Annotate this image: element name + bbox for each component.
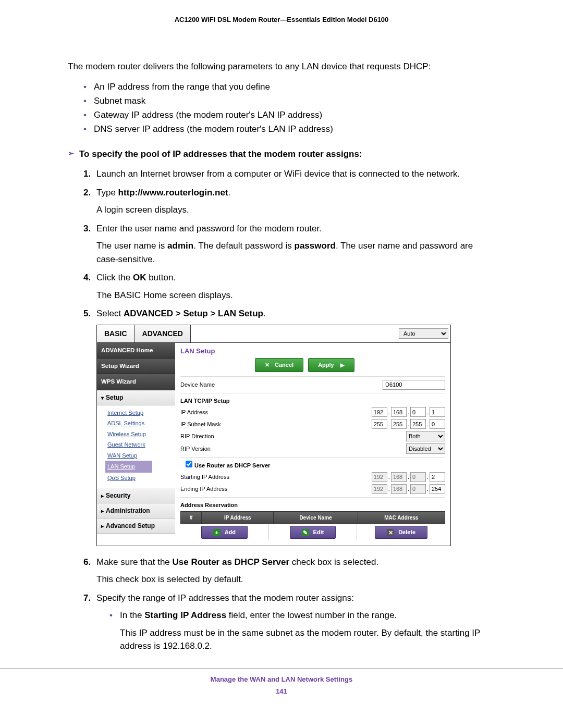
- sidebar-wireless-setup[interactable]: Wireless Setup: [107, 429, 175, 440]
- step-7: Specify the range of IP addresses that t…: [83, 591, 495, 653]
- page-footer: Manage the WAN and LAN Network Settings …: [0, 669, 563, 695]
- sidebar-setup-subitems: Internet Setup ADSL Settings Wireless Se…: [97, 405, 175, 489]
- sidebar-setup-wizard[interactable]: Setup Wizard: [97, 359, 175, 374]
- sidebar-wps-wizard[interactable]: WPS Wizard: [97, 374, 175, 390]
- th-device: Device Name: [274, 512, 358, 524]
- use-dhcp-checkbox[interactable]: [186, 461, 192, 467]
- apply-button[interactable]: Apply▶: [308, 358, 354, 372]
- sidebar-wan-setup[interactable]: WAN Setup: [107, 450, 175, 461]
- label: Add: [225, 529, 236, 535]
- step-text: Specify the range of IP addresses that t…: [96, 593, 354, 603]
- step-5: Select ADVANCED > Setup > LAN Setup. BAS…: [83, 307, 495, 546]
- step-text: Enter the user name and password for the…: [96, 224, 322, 233]
- end-ip-label: Ending IP Address: [180, 485, 316, 493]
- sidebar-internet-setup[interactable]: Internet Setup: [107, 408, 175, 418]
- sidebar-qos-setup[interactable]: QoS Setup: [107, 473, 175, 484]
- text: Click the: [96, 273, 133, 282]
- subnet-oct-2[interactable]: [391, 419, 407, 429]
- th-mac: MAC Address: [358, 512, 445, 524]
- ip-oct-1[interactable]: [372, 407, 387, 417]
- step-1: Launch an Internet browser from a comput…: [83, 167, 495, 181]
- list-item: Subnet mask: [83, 94, 495, 108]
- divider: [180, 497, 445, 498]
- arrow-icon: ▶: [340, 362, 345, 368]
- address-reservation-heading: Address Reservation: [180, 501, 316, 510]
- sidebar-adsl-settings[interactable]: ADSL Settings: [107, 418, 175, 429]
- table-actions: +Add ✎Edit ✕Delete: [180, 524, 445, 540]
- end-ip-field: ...: [316, 484, 445, 494]
- ip-address-label: IP Address: [180, 408, 316, 417]
- step-4: Click the OK button. The BASIC Home scre…: [83, 271, 495, 302]
- text: field, enter the lowest number in the ra…: [226, 610, 397, 620]
- text: In the: [120, 610, 144, 620]
- plus-icon: +: [213, 529, 221, 536]
- end-ip-oct-4[interactable]: [430, 484, 445, 494]
- bold: password: [295, 241, 336, 251]
- label: Edit: [313, 529, 324, 535]
- step-sub: A login screen displays.: [96, 203, 495, 217]
- page-content: The modem router delivers the following …: [0, 60, 563, 653]
- step-6: Make sure that the Use Router as DHCP Se…: [83, 556, 495, 586]
- subnet-oct-1[interactable]: [372, 419, 387, 429]
- main-panel: LAN Setup ✕Cancel Apply▶ Device Name LAN…: [175, 343, 450, 546]
- start-ip-oct-2: [391, 472, 407, 482]
- cancel-button[interactable]: ✕Cancel: [255, 358, 303, 372]
- tab-basic[interactable]: BASIC: [97, 325, 135, 342]
- divider: [180, 457, 445, 458]
- list-item: An IP address from the range that you de…: [83, 80, 495, 94]
- panel-title: LAN Setup: [180, 346, 445, 356]
- text: The user name is: [96, 241, 167, 251]
- rip-version-label: RIP Version: [180, 445, 316, 453]
- sidebar-guest-network[interactable]: Guest Network: [107, 439, 175, 450]
- bold: ADVANCED > Setup > LAN Setup: [124, 309, 263, 318]
- sidebar-setup-group[interactable]: Setup: [97, 390, 175, 405]
- step-text: Type: [96, 188, 118, 198]
- label: Delete: [398, 529, 415, 535]
- page-header: AC1200 WiFi DSL Modem Router—Essentials …: [0, 16, 563, 23]
- step-sub: This check box is selected by default.: [96, 573, 495, 586]
- text: check box is selected.: [289, 557, 378, 567]
- top-tabs: BASIC ADVANCED Auto: [97, 325, 450, 343]
- ip-oct-4[interactable]: [430, 407, 445, 417]
- label: Cancel: [275, 362, 293, 368]
- step-sub: The BASIC Home screen displays.: [96, 289, 495, 302]
- sub-paragraph: This IP address must be in the same subn…: [120, 626, 495, 653]
- sidebar-adv-home[interactable]: ADVANCED Home: [97, 343, 175, 359]
- start-ip-oct-1: [372, 472, 387, 482]
- start-ip-oct-4[interactable]: [430, 472, 445, 482]
- procedure-heading: To specify the pool of IP addresses that…: [68, 149, 495, 159]
- tab-advanced[interactable]: ADVANCED: [135, 325, 191, 342]
- add-button[interactable]: +Add: [201, 526, 248, 539]
- sidebar-advanced-setup[interactable]: Advanced Setup: [97, 519, 175, 534]
- sidebar-lan-setup[interactable]: LAN Setup: [105, 461, 152, 473]
- delete-button[interactable]: ✕Delete: [375, 526, 427, 539]
- th-ip: IP Address: [202, 512, 274, 524]
- lan-tcpip-heading: LAN TCP/IP Setup: [180, 397, 316, 405]
- subnet-oct-3[interactable]: [410, 419, 426, 429]
- bold: Starting IP Address: [144, 610, 226, 620]
- ip-oct-2[interactable]: [391, 407, 407, 417]
- text: button.: [146, 273, 176, 282]
- rip-direction-select[interactable]: Both: [406, 431, 445, 441]
- list-item: DNS server IP address (the modem router'…: [83, 122, 495, 136]
- spacer: [191, 325, 397, 342]
- sidebar-administration[interactable]: Administration: [97, 503, 175, 519]
- bold: admin: [167, 241, 193, 251]
- end-ip-oct-1: [372, 484, 387, 494]
- subnet-label: IP Subnet Mask: [180, 420, 316, 429]
- pencil-icon: ✎: [302, 529, 309, 536]
- text: .: [263, 309, 266, 318]
- subnet-oct-4[interactable]: [430, 419, 445, 429]
- step-sub: The user name is admin. The default pass…: [96, 239, 495, 266]
- edit-button[interactable]: ✎Edit: [290, 526, 336, 539]
- end-ip-oct-2: [391, 484, 407, 494]
- subnet-field: ...: [316, 419, 445, 429]
- auto-select-wrap: Auto: [397, 325, 450, 342]
- use-dhcp-label: Use Router as DHCP Server: [194, 462, 270, 468]
- device-name-input[interactable]: [383, 380, 445, 390]
- divider: [180, 376, 445, 377]
- rip-version-select[interactable]: Disabled: [406, 443, 445, 454]
- auto-select[interactable]: Auto: [399, 328, 448, 339]
- ip-oct-3[interactable]: [410, 407, 426, 417]
- sidebar-security[interactable]: Security: [97, 488, 175, 503]
